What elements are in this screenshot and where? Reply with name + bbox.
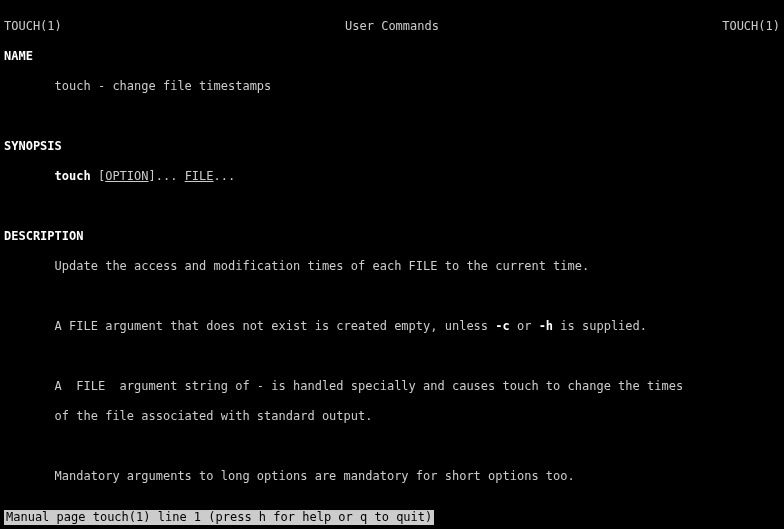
section-name-title: NAME	[4, 49, 33, 63]
man-page-content: TOUCH(1)User CommandsTOUCH(1) NAME touch…	[4, 4, 780, 529]
header-left: TOUCH(1)	[4, 19, 62, 34]
desc-p2: A FILE argument that does not exist is c…	[4, 319, 780, 334]
section-synopsis-title: SYNOPSIS	[4, 139, 62, 153]
man-page-viewport[interactable]: TOUCH(1)User CommandsTOUCH(1) NAME touch…	[0, 0, 784, 529]
desc-p4: Mandatory arguments to long options are …	[4, 469, 780, 484]
name-line: touch - change file timestamps	[4, 79, 780, 94]
header-right: TOUCH(1)	[722, 19, 780, 34]
desc-p3a: A FILE argument string of - is handled s…	[4, 379, 780, 394]
header-center: User Commands	[345, 19, 439, 34]
pager-status-bar[interactable]: Manual page touch(1) line 1 (press h for…	[4, 510, 434, 525]
desc-p3b: of the file associated with standard out…	[4, 409, 780, 424]
synopsis-line: touch [OPTION]... FILE...	[4, 169, 780, 184]
desc-p1: Update the access and modification times…	[4, 259, 780, 274]
man-header: TOUCH(1)User CommandsTOUCH(1)	[4, 19, 780, 34]
section-description-title: DESCRIPTION	[4, 229, 83, 243]
